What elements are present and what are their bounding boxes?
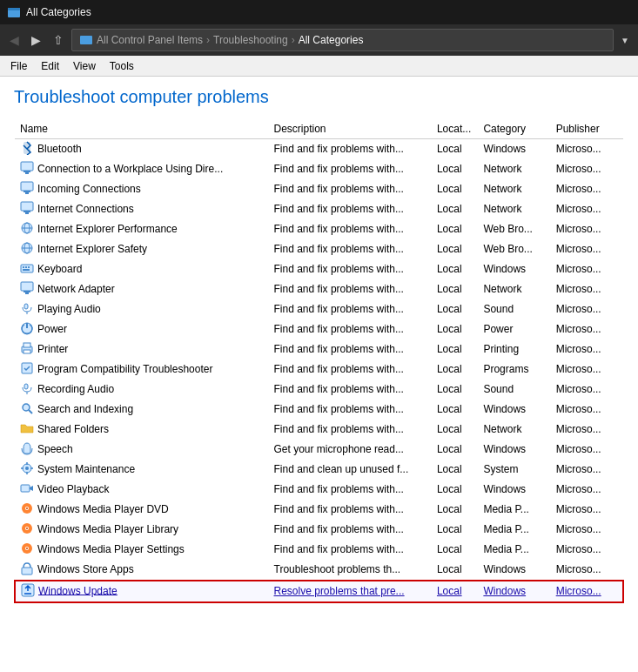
cell-name: Speech: [15, 440, 269, 460]
cell-category: Network: [478, 159, 550, 179]
cell-category: Web Bro...: [478, 239, 550, 259]
svg-rect-6: [25, 172, 29, 174]
cell-location: Local: [432, 199, 478, 219]
table-row[interactable]: Video PlaybackFind and fix problems with…: [15, 480, 623, 500]
table-row[interactable]: Playing AudioFind and fix problems with.…: [15, 299, 623, 319]
cell-publisher: Microso...: [551, 159, 623, 179]
menu-file[interactable]: File: [3, 58, 34, 74]
cell-location: Local: [432, 319, 478, 339]
table-row[interactable]: Internet ConnectionsFind and fix problem…: [15, 199, 623, 219]
cell-publisher: Microso...: [551, 520, 623, 540]
table-wrapper[interactable]: Name Description Locat... Category Publi…: [14, 119, 624, 650]
cell-name: Windows Store Apps: [15, 560, 269, 581]
media-icon: [20, 541, 34, 558]
cell-publisher: Microso...: [551, 239, 623, 259]
svg-rect-33: [24, 350, 30, 353]
cell-category: Network: [478, 420, 550, 440]
svg-rect-26: [25, 292, 29, 294]
table-row[interactable]: Windows Store AppsTroubleshoot problems …: [15, 560, 623, 581]
table-row[interactable]: Incoming ConnectionsFind and fix problem…: [15, 179, 623, 199]
table-row[interactable]: Connection to a Workplace Using Dire...F…: [15, 159, 623, 179]
table-row[interactable]: Internet Explorer SafetyFind and fix pro…: [15, 239, 623, 259]
table-row[interactable]: PrinterFind and fix problems with...Loca…: [15, 339, 623, 360]
col-header-name[interactable]: Name: [15, 119, 269, 138]
cell-location: Local: [432, 138, 478, 159]
network-icon: [20, 181, 34, 198]
item-name: Windows Media Player Settings: [37, 542, 185, 554]
table-row[interactable]: Windows Media Player SettingsFind and fi…: [15, 540, 623, 560]
col-header-description[interactable]: Description: [269, 119, 432, 138]
cell-category: Media P...: [478, 500, 550, 520]
table-row[interactable]: SpeechGet your microphone read...LocalWi…: [15, 440, 623, 460]
cell-location: Local: [432, 380, 478, 400]
svg-rect-8: [24, 191, 30, 192]
menu-edit[interactable]: Edit: [34, 58, 66, 74]
table-row[interactable]: Recording AudioFind and fix problems wit…: [15, 380, 623, 400]
item-name: Internet Connections: [37, 202, 134, 214]
table-row[interactable]: BluetoothFind and fix problems with...Lo…: [15, 138, 623, 159]
keyboard-icon: [20, 261, 34, 278]
table-row[interactable]: Windows UpdateResolve problems that pre.…: [15, 581, 623, 602]
col-header-publisher[interactable]: Publisher: [551, 119, 623, 138]
cell-category: Media P...: [478, 520, 550, 540]
up-button[interactable]: ⇧: [49, 31, 68, 49]
svg-point-37: [23, 404, 30, 411]
table-row[interactable]: Internet Explorer PerformanceFind and fi…: [15, 219, 623, 239]
path-icon: [79, 33, 93, 47]
back-button[interactable]: ◀: [5, 31, 24, 49]
table-row[interactable]: Windows Media Player DVDFind and fix pro…: [15, 500, 623, 520]
menu-bar: File Edit View Tools: [0, 56, 638, 77]
cell-publisher: Microso...: [551, 259, 623, 279]
table-row[interactable]: Program Compatibility TroubleshooterFind…: [15, 360, 623, 380]
table-row[interactable]: Network AdapterFind and fix problems wit…: [15, 279, 623, 299]
cell-name: Windows Update: [15, 581, 269, 602]
system-icon: [20, 461, 34, 478]
address-dropdown-button[interactable]: ▼: [617, 34, 633, 47]
path-segment-2: Troubleshooting: [213, 34, 288, 46]
audio-icon: [20, 381, 34, 398]
cell-location: Local: [432, 339, 478, 360]
cell-category: Network: [478, 199, 550, 219]
forward-button[interactable]: ▶: [27, 31, 45, 49]
cell-publisher: Microso...: [551, 219, 623, 239]
menu-view[interactable]: View: [66, 58, 103, 74]
col-header-category[interactable]: Category: [478, 119, 550, 138]
item-name: Video Playback: [37, 482, 110, 494]
cell-category: Windows: [478, 560, 550, 581]
search-icon: [20, 401, 34, 418]
cell-location: Local: [432, 440, 478, 460]
table-row[interactable]: Windows Media Player LibraryFind and fix…: [15, 520, 623, 540]
cell-location: Local: [432, 239, 478, 259]
cell-name: Recording Audio: [15, 380, 269, 400]
cell-name: System Maintenance: [15, 460, 269, 480]
cell-category: Sound: [478, 299, 550, 319]
table-row[interactable]: Shared FoldersFind and fix problems with…: [15, 420, 623, 440]
ie-icon: [20, 241, 34, 258]
network-icon: [20, 281, 34, 298]
address-path[interactable]: All Control Panel Items › Troubleshootin…: [71, 29, 614, 51]
cell-location: Local: [432, 500, 478, 520]
cell-publisher: Microso...: [551, 480, 623, 500]
item-name: Windows Store Apps: [37, 562, 134, 575]
cell-description: Find and fix problems with...: [269, 339, 432, 360]
svg-rect-55: [22, 568, 32, 575]
items-table: Name Description Locat... Category Publi…: [14, 119, 624, 603]
cell-description: Find and fix problems with...: [269, 420, 432, 440]
cell-name: Windows Media Player DVD: [15, 500, 269, 520]
speech-icon: [20, 441, 34, 458]
cell-category: Media P...: [478, 540, 550, 560]
col-header-location[interactable]: Locat...: [432, 119, 478, 138]
ie-icon: [20, 221, 34, 238]
table-row[interactable]: System MaintenanceFind and clean up unus…: [15, 460, 623, 480]
cell-publisher: Microso...: [551, 380, 623, 400]
table-row[interactable]: KeyboardFind and fix problems with...Loc…: [15, 259, 623, 279]
cell-publisher: Microso...: [551, 560, 623, 581]
cell-name: Program Compatibility Troubleshooter: [15, 360, 269, 380]
cell-name: Keyboard: [15, 259, 269, 279]
table-row[interactable]: PowerFind and fix problems with...LocalP…: [15, 319, 623, 339]
menu-tools[interactable]: Tools: [103, 58, 141, 74]
cell-publisher: Microso...: [551, 440, 623, 460]
cell-name: Shared Folders: [15, 420, 269, 440]
cell-publisher: Microso...: [551, 319, 623, 339]
table-row[interactable]: Search and IndexingFind and fix problems…: [15, 400, 623, 420]
